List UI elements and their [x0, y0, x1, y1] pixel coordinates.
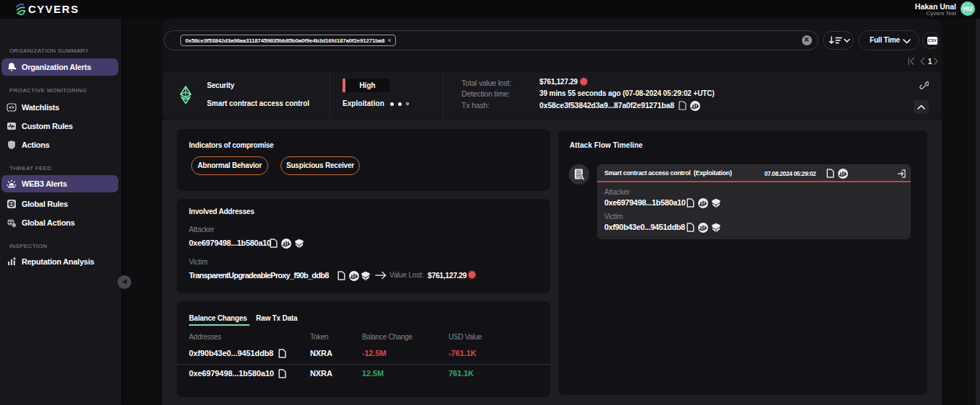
svg-text:1: 1 [928, 57, 932, 66]
